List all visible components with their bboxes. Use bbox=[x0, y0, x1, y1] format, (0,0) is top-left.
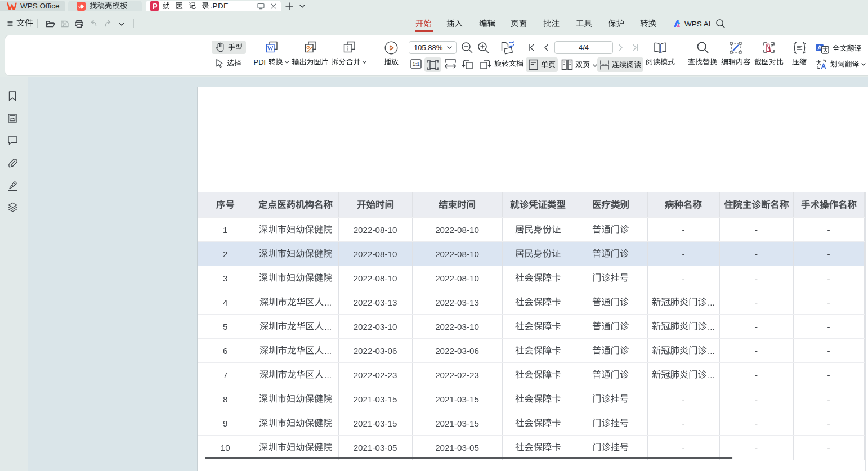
svg-text:1:1: 1:1 bbox=[412, 61, 419, 67]
